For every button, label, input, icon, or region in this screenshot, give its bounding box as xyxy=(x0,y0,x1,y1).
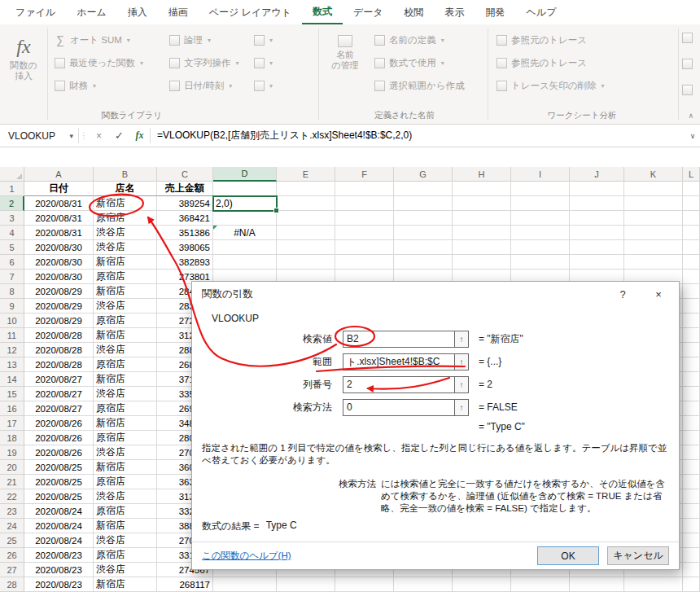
cell-l11[interactable] xyxy=(683,328,700,343)
cell-l19[interactable] xyxy=(683,445,700,460)
cell-a21[interactable]: 2020/08/25 xyxy=(24,475,94,489)
cell-c6[interactable]: 382893 xyxy=(157,255,213,270)
column-header-G[interactable]: G xyxy=(394,167,453,182)
cell-b15[interactable]: 渋谷店 xyxy=(94,387,157,401)
row-header-1[interactable]: 1 xyxy=(0,182,24,196)
cell-b12[interactable]: 渋谷店 xyxy=(94,343,157,357)
dialog-input-col-number[interactable]: 2↑ xyxy=(343,376,469,393)
financial-button[interactable]: 財務▾ xyxy=(50,74,147,97)
cell-a5[interactable]: 2020/08/30 xyxy=(24,240,94,255)
row-header-15[interactable]: 15 xyxy=(0,387,24,401)
use-in-formula-button[interactable]: 数式で使用▾ xyxy=(370,51,469,74)
cancel-entry-button[interactable]: × xyxy=(89,125,109,147)
cell-l3[interactable] xyxy=(683,211,700,226)
cell-l1[interactable] xyxy=(683,182,700,196)
dialog-input-range[interactable]: ト.xlsx]Sheet4!$B:$C↑ xyxy=(343,353,469,371)
dialog-close-icon[interactable]: × xyxy=(648,288,669,300)
cell-b24[interactable]: 新宿店 xyxy=(94,519,157,533)
cell-k5[interactable] xyxy=(624,240,683,255)
cell-d5[interactable] xyxy=(213,240,277,255)
column-header-J[interactable]: J xyxy=(570,167,624,182)
cell-d4[interactable]: #N/A xyxy=(213,226,277,240)
cell-a14[interactable]: 2020/08/27 xyxy=(24,372,94,387)
autosum-button[interactable]: ∑オート SUM▾ xyxy=(50,29,147,51)
cell-g3[interactable] xyxy=(394,211,453,226)
cell-b7[interactable]: 原宿店 xyxy=(94,270,157,284)
cell-h28[interactable] xyxy=(453,577,511,592)
recent-functions-button[interactable]: 最近使った関数▾ xyxy=(50,51,147,74)
cell-a19[interactable]: 2020/08/26 xyxy=(24,445,94,460)
cell-l27[interactable] xyxy=(683,563,700,577)
row-header-6[interactable]: 6 xyxy=(0,255,24,270)
cell-a1[interactable]: 日付 xyxy=(24,182,94,196)
error-checking-icon[interactable] xyxy=(682,59,693,69)
cell-i5[interactable] xyxy=(511,240,570,255)
cell-c2[interactable]: 389254 xyxy=(157,196,213,211)
cell-l22[interactable] xyxy=(683,489,700,504)
range-picker-icon[interactable]: ↑ xyxy=(454,331,468,347)
cell-b10[interactable]: 原宿店 xyxy=(94,314,157,328)
cell-d3[interactable] xyxy=(213,211,277,226)
cell-l5[interactable] xyxy=(683,240,700,255)
insert-function-fx-button[interactable]: fx xyxy=(129,125,150,147)
cell-l12[interactable] xyxy=(683,343,700,357)
column-header-F[interactable]: F xyxy=(335,167,394,182)
cell-b23[interactable]: 原宿店 xyxy=(94,504,157,519)
column-header-D[interactable]: D xyxy=(213,167,277,182)
column-header-C[interactable]: C xyxy=(157,167,213,182)
cell-h4[interactable] xyxy=(453,226,511,240)
cell-j28[interactable] xyxy=(570,577,624,592)
cell-f2[interactable] xyxy=(335,196,394,211)
trace-precedents-button[interactable]: 参照元のトレース xyxy=(492,29,609,51)
cell-b26[interactable]: 原宿店 xyxy=(94,548,157,563)
cell-g28[interactable] xyxy=(394,577,453,592)
cell-k6[interactable] xyxy=(624,255,683,270)
row-header-21[interactable]: 21 xyxy=(0,475,24,489)
ribbon-tab-1[interactable]: ファイル xyxy=(5,0,66,24)
cell-a18[interactable]: 2020/08/26 xyxy=(24,431,94,445)
logical-button[interactable]: 論理▾ xyxy=(165,29,243,51)
cell-l2[interactable] xyxy=(683,196,700,211)
trace-dependents-button[interactable]: 参照先のトレース xyxy=(492,51,609,74)
cell-a17[interactable]: 2020/08/26 xyxy=(24,416,94,431)
cell-b21[interactable]: 原宿店 xyxy=(94,475,157,489)
cell-h2[interactable] xyxy=(453,196,511,211)
cell-b11[interactable]: 新宿店 xyxy=(94,328,157,343)
cell-d6[interactable] xyxy=(213,255,277,270)
cell-b1[interactable]: 店名 xyxy=(94,182,157,196)
row-header-28[interactable]: 28 xyxy=(0,577,24,592)
cell-g2[interactable] xyxy=(394,196,453,211)
cell-b3[interactable]: 原宿店 xyxy=(94,211,157,226)
evaluate-formula-icon[interactable] xyxy=(682,85,693,95)
ribbon-tab-11[interactable]: ヘルプ xyxy=(516,0,567,24)
row-header-24[interactable]: 24 xyxy=(0,519,24,533)
cell-b18[interactable]: 原宿店 xyxy=(94,431,157,445)
cell-b17[interactable]: 新宿店 xyxy=(94,416,157,431)
cell-l15[interactable] xyxy=(683,387,700,401)
cell-b22[interactable]: 渋谷店 xyxy=(94,489,157,504)
cell-i6[interactable] xyxy=(511,255,570,270)
formula-input[interactable]: =VLOOKUP(B2,[店舗別売上リスト.xlsx]Sheet4!$B:$C,… xyxy=(151,125,685,147)
cell-a8[interactable]: 2020/08/29 xyxy=(24,284,94,299)
cell-a26[interactable]: 2020/08/23 xyxy=(24,548,94,563)
cell-j1[interactable] xyxy=(570,182,624,196)
cell-e2[interactable] xyxy=(277,196,335,211)
row-header-3[interactable]: 3 xyxy=(0,211,24,226)
cell-j6[interactable] xyxy=(570,255,624,270)
row-header-27[interactable]: 27 xyxy=(0,563,24,577)
range-picker-icon[interactable]: ↑ xyxy=(454,377,468,392)
column-header-I[interactable]: I xyxy=(511,167,570,182)
cell-a27[interactable]: 2020/08/23 xyxy=(24,563,94,577)
cell-g6[interactable] xyxy=(394,255,453,270)
cell-a4[interactable]: 2020/08/31 xyxy=(24,226,94,240)
row-header-14[interactable]: 14 xyxy=(0,372,24,387)
create-from-selection-button[interactable]: 選択範囲から作成 xyxy=(370,74,469,97)
cell-l26[interactable] xyxy=(683,548,700,563)
cell-l10[interactable] xyxy=(683,314,700,328)
column-header-A[interactable]: A xyxy=(24,167,94,182)
cell-e3[interactable] xyxy=(277,211,335,226)
row-header-10[interactable]: 10 xyxy=(0,314,24,328)
cell-c4[interactable]: 351386 xyxy=(157,226,213,240)
more-functions-button[interactable]: ▾ xyxy=(250,74,277,97)
cell-k1[interactable] xyxy=(624,182,683,196)
